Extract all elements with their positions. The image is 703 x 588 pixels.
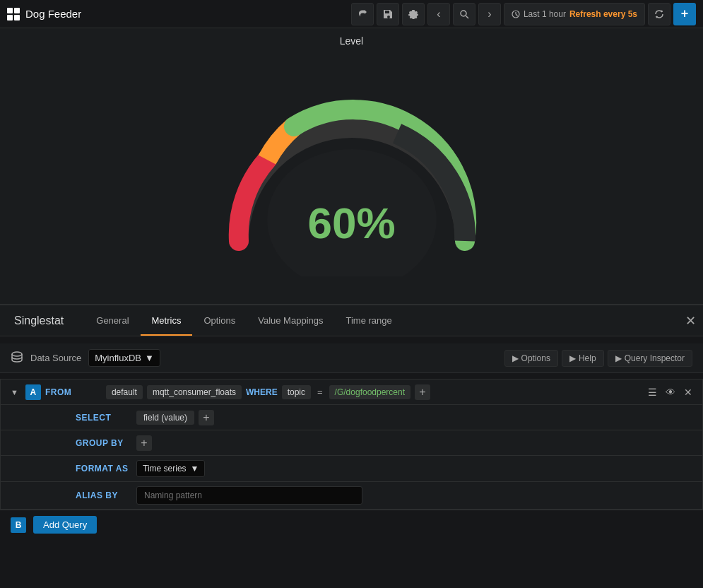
options-label: Options [521, 353, 550, 363]
format-dropdown-icon: ▼ [191, 464, 199, 474]
topbar: Dog Feeder ‹ › Last 1 hour Refresh every… [0, 0, 703, 28]
delete-query-button[interactable]: ✕ [681, 385, 695, 399]
datasource-name: MyinfluxDB [95, 353, 141, 363]
sync-button[interactable] [648, 3, 670, 25]
row-actions: ☰ 👁 ✕ [645, 385, 695, 399]
where-label: WHERE [246, 387, 278, 397]
add-group-by-button[interactable]: + [136, 435, 152, 451]
gauge-title: Level [340, 35, 363, 47]
format-value: Time series [143, 464, 187, 474]
share-button[interactable] [351, 3, 374, 25]
more-options-button[interactable]: ☰ [645, 385, 660, 399]
alias-by-row: ALIAS BY [1, 482, 702, 509]
datasource-select[interactable]: MyinfluxDB ▼ [88, 349, 160, 367]
add-panel-button[interactable]: + [673, 3, 696, 25]
select-label: SELECT [76, 413, 132, 423]
edit-tabs: Singlestat General Metrics Options Value… [0, 305, 703, 336]
add-select-button[interactable]: + [199, 410, 214, 425]
query-inspector-button[interactable]: ▶ Query Inspector [608, 350, 692, 367]
edit-panel: Singlestat General Metrics Options Value… [0, 304, 703, 546]
metrics-content: Data Source MyinfluxDB ▼ ▶ Options ▶ Hel… [0, 336, 703, 546]
alias-label: ALIAS BY [76, 490, 132, 500]
tab-general[interactable]: General [85, 307, 140, 336]
add-query-row: B Add Query [0, 510, 703, 539]
gauge-value: 60% [307, 198, 395, 248]
select-row: SELECT field (value) + [1, 405, 702, 430]
tab-value-mappings[interactable]: Value Mappings [247, 307, 334, 336]
app-logo: Dog Feeder [7, 8, 81, 20]
tab-metrics[interactable]: Metrics [141, 307, 193, 336]
gauge-container: 60% [203, 50, 500, 276]
group-by-row: GROUP BY + [1, 430, 702, 456]
panel-type-title: Singlestat [14, 314, 64, 327]
app-title: Dog Feeder [25, 8, 81, 20]
datasource-label: Data Source [30, 353, 81, 363]
time-range-label: Last 1 hour [524, 9, 566, 19]
close-edit-panel-button[interactable]: ✕ [685, 313, 696, 329]
default-pill[interactable]: default [106, 385, 143, 399]
gauge-panel: Level 60% [0, 28, 703, 304]
back-button[interactable]: ‹ [427, 3, 450, 25]
query-id-b: B [11, 517, 26, 533]
forward-button[interactable]: › [478, 3, 501, 25]
datasource-row: Data Source MyinfluxDB ▼ ▶ Options ▶ Hel… [0, 343, 703, 373]
zoom-button[interactable] [453, 3, 475, 25]
add-condition-button[interactable]: + [415, 384, 430, 400]
from-label: FROM [45, 387, 102, 397]
query-section-a: ▼ A FROM default mqtt_consumer_floats WH… [0, 379, 703, 510]
field-value-pill[interactable]: field (value) [136, 411, 194, 425]
collapse-query-button[interactable]: ▼ [8, 387, 21, 398]
where-key-pill[interactable]: topic [282, 385, 311, 399]
query-id-a[interactable]: A [25, 384, 41, 400]
save-button[interactable] [377, 3, 399, 25]
format-as-label: FORMAT AS [76, 464, 132, 474]
tab-time-range[interactable]: Time range [334, 307, 403, 336]
datasource-actions: ▶ Options ▶ Help ▶ Query Inspector [504, 350, 692, 367]
help-button[interactable]: ▶ Help [562, 350, 604, 367]
settings-button[interactable] [402, 3, 425, 25]
datasource-dropdown-icon: ▼ [145, 353, 154, 363]
svg-point-7 [12, 352, 22, 356]
format-as-row: FORMAT AS Time series ▼ [1, 456, 702, 482]
format-select[interactable]: Time series ▼ [136, 460, 205, 477]
svg-point-0 [461, 11, 466, 16]
help-label: Help [579, 353, 596, 363]
topbar-actions: ‹ › Last 1 hour Refresh every 5s + [351, 3, 696, 25]
equals-sign: = [315, 387, 325, 397]
refresh-rate-label: Refresh every 5s [569, 9, 637, 19]
options-button[interactable]: ▶ Options [504, 350, 558, 367]
time-range-selector[interactable]: Last 1 hour Refresh every 5s [504, 3, 645, 25]
tab-options[interactable]: Options [192, 307, 247, 336]
add-query-button[interactable]: Add Query [33, 516, 97, 534]
toggle-visibility-button[interactable]: 👁 [663, 385, 678, 399]
datasource-icon [11, 351, 23, 366]
logo-icon [7, 8, 20, 20]
alias-input[interactable] [136, 486, 362, 505]
svg-line-1 [466, 16, 468, 18]
query-inspector-label: Query Inspector [625, 353, 685, 363]
group-by-label: GROUP BY [76, 438, 132, 448]
measurement-pill[interactable]: mqtt_consumer_floats [147, 385, 242, 399]
where-value-pill[interactable]: /G/dogfoodpercent [329, 385, 410, 399]
from-row: ▼ A FROM default mqtt_consumer_floats WH… [1, 380, 702, 405]
svg-line-4 [516, 14, 518, 16]
